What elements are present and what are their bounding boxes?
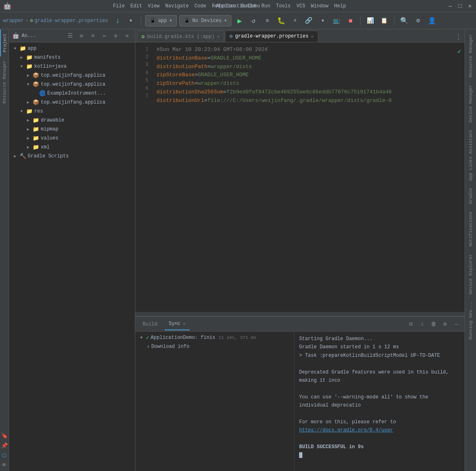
tab-build-gradle[interactable]: ⚙ build.gradle.kts (:app) ✕: [137, 31, 224, 42]
app-links-btn[interactable]: App Links Assistant: [467, 126, 475, 184]
manifests-folder-icon: 📁: [26, 54, 33, 61]
menu-window[interactable]: Window: [311, 3, 328, 9]
project-tab[interactable]: Project: [0, 29, 9, 56]
eye-icon[interactable]: 👁: [0, 461, 9, 469]
breadcrumb-root[interactable]: wrapper: [3, 18, 24, 24]
debug-icon[interactable]: 🐛: [275, 15, 287, 27]
tree-item-app[interactable]: ▼ 📁 app: [9, 44, 135, 53]
maximize-button[interactable]: □: [457, 3, 463, 9]
menu-vcs[interactable]: VCS: [296, 3, 305, 9]
running-dev-btn[interactable]: Running Dev...: [467, 299, 475, 343]
menu-navigate[interactable]: Navigate: [165, 3, 189, 9]
tree-arrow-drawable: ▶: [25, 117, 31, 123]
avatar-icon[interactable]: 👤: [426, 15, 438, 27]
git-dropdown-icon[interactable]: ▾: [125, 15, 137, 27]
menu-view[interactable]: View: [148, 3, 160, 9]
bottom-settings-icon[interactable]: ⚙: [440, 319, 450, 329]
search-button[interactable]: 🔍: [399, 15, 410, 27]
title-bar-left: 🤖: [3, 2, 11, 10]
tree-item-top3[interactable]: ▶ 📦 top.weijinfang.applica: [9, 98, 135, 107]
main-layout: Project Resource Manager 🤖 An... ☰ ⚙ ≡ ⇔…: [0, 29, 476, 471]
close-button[interactable]: ✕: [467, 3, 473, 9]
no-devices-button[interactable]: 📱 No Devices ▾: [179, 15, 231, 27]
breadcrumb-file[interactable]: gradle-wrapper.properties: [35, 18, 108, 24]
menu-code[interactable]: Code: [194, 3, 206, 9]
menu-run[interactable]: Run: [262, 3, 271, 9]
more-run-icon[interactable]: ▾: [317, 15, 328, 27]
android-module-icon: 📱: [150, 18, 156, 24]
menu-file[interactable]: File: [113, 3, 125, 9]
tree-item-gradle-scripts[interactable]: ▶ 🔨 Gradle Scripts: [9, 152, 135, 161]
tab-build-gradle-close[interactable]: ✕: [217, 34, 220, 39]
tree-arrow-app: ▼: [12, 46, 18, 51]
bottom-minimize-icon[interactable]: —: [452, 319, 461, 329]
tree-item-res[interactable]: ▼ 📁 res: [9, 107, 135, 116]
sync-tab[interactable]: Sync ✕: [165, 318, 190, 330]
output-line-8: [299, 410, 460, 418]
notifications-btn[interactable]: Notifications: [467, 208, 475, 250]
horizontal-scrollbar[interactable]: [135, 312, 465, 316]
device-manager-btn[interactable]: Device Manager: [467, 82, 475, 126]
gradle-docs-link[interactable]: https://docs.gradle.org/8.4/user: [299, 427, 393, 433]
app-selector-button[interactable]: 📱 app ▾: [145, 15, 177, 27]
output-line-3: > Task :prepareKotlinBuildScriptModel UP…: [299, 352, 460, 360]
build-gradle-icon: ⚙: [141, 33, 145, 40]
device-manager-icon[interactable]: 📺: [331, 15, 342, 27]
menu-help[interactable]: Help: [334, 3, 346, 9]
clear-output-icon[interactable]: 🗑: [429, 319, 439, 329]
build-tab[interactable]: Build: [139, 318, 161, 330]
editor-tabs: ⚙ build.gradle.kts (:app) ✕ ⚙ gradle-wra…: [135, 29, 465, 42]
tree-item-values[interactable]: ▶ 📁 values: [9, 134, 135, 143]
stop-button[interactable]: ◼: [345, 15, 356, 27]
code-line-2: distributionBase=GRADLE_USER_HOME: [156, 54, 460, 63]
bookmarks-icon[interactable]: 🔖: [0, 432, 9, 440]
settings-button[interactable]: ⚙: [412, 15, 424, 27]
tree-item-example[interactable]: ▶ 🌀 ExampleInstrument...: [9, 89, 135, 98]
resource-manager-tab[interactable]: Resource Manager: [0, 56, 9, 108]
tree-item-top2[interactable]: ▼ 📦 top.weijinfang.applica: [9, 80, 135, 89]
tree-item-xml[interactable]: ▶ 📁 xml: [9, 143, 135, 152]
logcat-icon[interactable]: 📋: [379, 15, 390, 27]
panel-expand-icon[interactable]: ⇔: [100, 31, 109, 40]
tree-arrow-mipmap: ▶: [25, 126, 31, 132]
tree-item-mipmap[interactable]: ▶ 📁 mipmap: [9, 125, 135, 134]
profiler-icon[interactable]: 📊: [365, 15, 376, 27]
panel-settings-icon[interactable]: ⚙: [111, 31, 120, 40]
menu-tools[interactable]: Tools: [276, 3, 291, 9]
scroll-to-end-icon[interactable]: ⇩: [417, 319, 427, 329]
panel-gear-icon[interactable]: ⚙: [77, 31, 86, 40]
run-button[interactable]: ▶: [234, 15, 245, 27]
bottom-panel-header: Build Sync ✕ ⊟ ⇩ 🗑 ⚙ —: [135, 317, 465, 332]
rebuild-button[interactable]: ↺: [248, 15, 259, 27]
gradle-btn[interactable]: Gradle: [467, 185, 475, 208]
attach-debugger-icon[interactable]: 🔗: [303, 15, 315, 27]
minimize-button[interactable]: —: [447, 3, 453, 9]
code-content[interactable]: #Sun Mar 10 20:23:04 GMT+08:00 2024 dist…: [152, 42, 465, 312]
pin-icon[interactable]: 📌: [0, 442, 9, 450]
editor-area: ⚙ build.gradle.kts (:app) ✕ ⚙ gradle-wra…: [135, 29, 465, 316]
build-variants-icon[interactable]: ⬡: [0, 451, 9, 460]
run-with-coverage-icon[interactable]: ≡: [262, 15, 273, 27]
panel-collapse-icon[interactable]: ≡: [88, 31, 97, 40]
filter-output-icon[interactable]: ⊟: [406, 319, 416, 329]
tree-item-kotlin-java[interactable]: ▼ 📁 kotlin+java: [9, 62, 135, 71]
sync-tab-close[interactable]: ✕: [183, 321, 186, 326]
tab-gradle-wrapper-close[interactable]: ✕: [311, 34, 314, 39]
tabs-more-button[interactable]: ⋮: [454, 33, 463, 42]
tree-arrow-xml: ▶: [25, 144, 31, 150]
build-tree-item-main[interactable]: ▼ ✓ ApplicationDemo: finis 11 sec, 371 m…: [135, 333, 294, 342]
panel-scope-icon[interactable]: ☰: [66, 31, 75, 40]
device-explorer-btn[interactable]: Device Explorer: [467, 251, 475, 298]
panel-close-icon[interactable]: ✕: [123, 31, 132, 40]
profile-icon[interactable]: ⚡: [289, 15, 301, 27]
tab-gradle-wrapper[interactable]: ⚙ gradle-wrapper.properties ✕: [225, 31, 318, 42]
resource-manager-btn[interactable]: Resource Manager: [467, 31, 475, 81]
build-tree-item-download[interactable]: ⬇ Download info: [135, 342, 294, 351]
tree-item-top1[interactable]: ▶ 📦 top.weijinfang.applica: [9, 71, 135, 80]
build-output[interactable]: Starting Gradle Daemon... Gradle Daemon …: [294, 332, 465, 471]
code-editor[interactable]: 1 2 3 4 5 6 7 #Sun Mar 10 20:23:04 GMT+0…: [135, 42, 465, 312]
menu-edit[interactable]: Edit: [130, 3, 142, 9]
git-update-icon[interactable]: ↓: [112, 15, 123, 27]
tree-item-manifests[interactable]: ▶ 📁 manifests: [9, 53, 135, 62]
tree-item-drawable[interactable]: ▶ 📁 drawable: [9, 116, 135, 125]
